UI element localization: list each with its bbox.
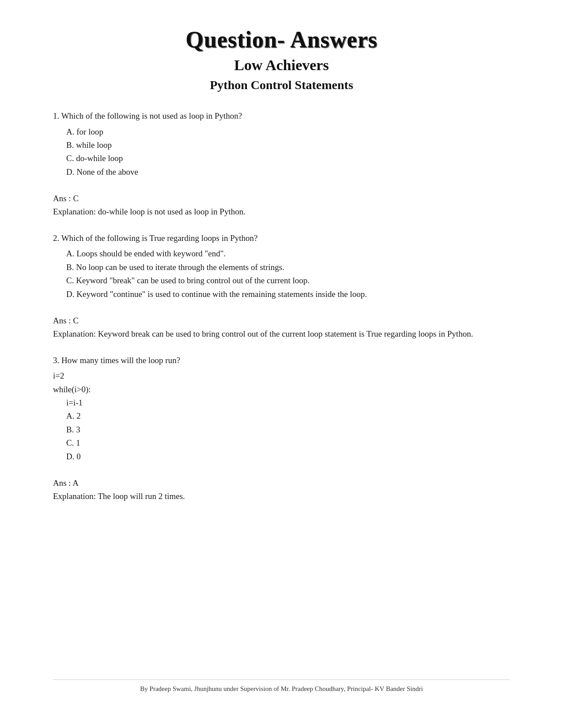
question-3-body: How many times will the loop run? <box>61 356 180 365</box>
question-1-option-a: A. for loop <box>66 125 510 139</box>
main-title: Question- Answers <box>53 26 510 53</box>
topic-title: Python Control Statements <box>53 78 510 92</box>
question-2: 2. Which of the following is True regard… <box>53 232 510 301</box>
question-3-option-b: B. 3 <box>66 423 510 436</box>
question-2-text: 2. Which of the following is True regard… <box>53 232 510 245</box>
question-2-option-c: C. Keyword "break" can be used to bring … <box>66 274 510 287</box>
question-3-code-3: i=i-1 <box>66 396 510 409</box>
answer-3: Ans : A Explanation: The loop will run 2… <box>53 477 510 503</box>
explanation-2-text: Explanation: Keyword break can be used t… <box>53 327 510 341</box>
question-1-option-c: C. do-while loop <box>66 152 510 165</box>
question-2-option-a: A. Loops should be ended with keyword "e… <box>66 247 510 260</box>
question-3-option-c: C. 1 <box>66 436 510 450</box>
answer-1-text: Ans : C <box>53 192 510 205</box>
question-2-number: 2. <box>53 233 59 243</box>
question-2-body: Which of the following is True regarding… <box>61 233 258 243</box>
answer-2-text: Ans : C <box>53 314 510 327</box>
question-3-code-1: i=2 <box>53 369 510 383</box>
question-3-option-d: D. 0 <box>66 450 510 463</box>
question-1: 1. Which of the following is not used as… <box>53 110 510 179</box>
answer-2: Ans : C Explanation: Keyword break can b… <box>53 314 510 341</box>
question-2-option-d: D. Keyword "continue" is used to continu… <box>66 288 510 301</box>
question-3-code-2: while(i>0): <box>53 383 510 396</box>
question-3-option-a: A. 2 <box>66 409 510 423</box>
question-1-option-b: B. while loop <box>66 139 510 152</box>
footer-text: By Pradeep Swami, Jhunjhunu under Superv… <box>140 685 423 692</box>
question-2-option-b: B. No loop can be used to iterate throug… <box>66 261 510 274</box>
subtitle: Low Achievers <box>53 57 510 74</box>
explanation-3-text: Explanation: The loop will run 2 times. <box>53 490 510 503</box>
answer-1: Ans : C Explanation: do-while loop is no… <box>53 192 510 219</box>
page-container: Question- Answers Low Achievers Python C… <box>53 26 510 702</box>
question-1-body: Which of the following is not used as lo… <box>61 111 242 120</box>
question-1-option-d: D. None of the above <box>66 165 510 179</box>
footer: By Pradeep Swami, Jhunjhunu under Superv… <box>53 679 510 693</box>
answer-3-text: Ans : A <box>53 477 510 490</box>
question-3-number: 3. <box>53 356 59 365</box>
explanation-1-text: Explanation: do-while loop is not used a… <box>53 205 510 218</box>
question-1-text: 1. Which of the following is not used as… <box>53 110 510 123</box>
question-1-number: 1. <box>53 111 59 120</box>
question-3-text: 3. How many times will the loop run? <box>53 354 510 367</box>
question-3: 3. How many times will the loop run? i=2… <box>53 354 510 463</box>
